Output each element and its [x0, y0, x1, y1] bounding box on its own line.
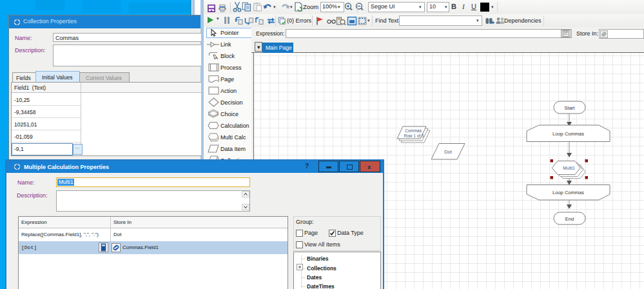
- svg-text:Commas: Commas: [405, 128, 422, 133]
- svg-text:Multi1: Multi1: [563, 166, 575, 170]
- svg-text:Row 1 of 5: Row 1 of 5: [404, 134, 424, 138]
- svg-text:Start: Start: [565, 105, 576, 111]
- svg-text:Loop Commas: Loop Commas: [552, 131, 584, 137]
- svg-text:End: End: [565, 216, 574, 222]
- svg-text:Loop Commas: Loop Commas: [552, 190, 584, 195]
- svg-text:Dot: Dot: [444, 149, 453, 155]
